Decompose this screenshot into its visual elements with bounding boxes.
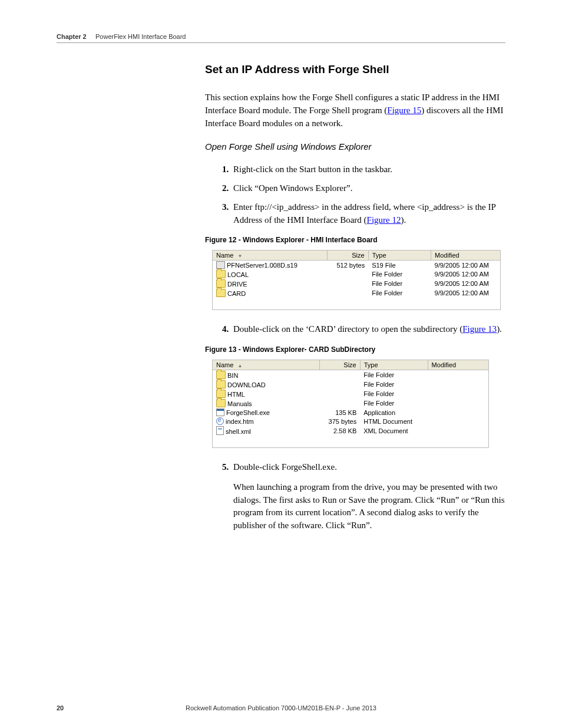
col-header-size[interactable]: Size: [319, 360, 360, 370]
table-row[interactable]: PFNetServer1.008D.s19 512 bytes S19 File…: [213, 261, 501, 270]
chapter-number: Chapter 2: [57, 33, 87, 40]
subheading: Open Forge Shell using Windows Explorer: [205, 141, 505, 151]
file-modified: [428, 417, 488, 426]
file-size: 135 KB: [319, 408, 360, 417]
col-header-type[interactable]: Type: [368, 251, 431, 261]
file-size: [319, 380, 360, 389]
s19-file-icon: [216, 261, 225, 269]
file-size: [328, 279, 368, 288]
figure-13-caption: Figure 13 - Windows Explorer- CARD SubDi…: [205, 345, 505, 354]
table-header-row: Name ▼ Size Type Modified: [213, 251, 501, 261]
application-icon: [216, 409, 224, 416]
figure-13-link[interactable]: Figure 13: [462, 324, 497, 334]
file-type: File Folder: [360, 370, 428, 380]
step-3: Enter ftp://<ip_address> in the address …: [231, 201, 505, 227]
col-header-type[interactable]: Type: [360, 360, 428, 370]
file-name: DRIVE: [227, 281, 247, 288]
folder-icon: [216, 279, 226, 288]
figure-12-table: Name ▼ Size Type Modified PFNetServer1.0…: [212, 250, 501, 310]
step-5: Double-click ForgeShell.exe. When launch…: [231, 461, 505, 532]
file-name: index.htm: [226, 418, 254, 425]
table-header-row: Name ▲ Size Type Modified: [213, 360, 489, 370]
col-header-name[interactable]: Name ▲: [213, 360, 320, 370]
file-name: HTML: [227, 391, 245, 398]
table-row[interactable]: DOWNLOAD File Folder: [213, 380, 489, 389]
col-header-name-text: Name: [216, 361, 233, 368]
file-size: [319, 389, 360, 398]
file-name: BIN: [227, 372, 238, 379]
folder-icon: [216, 380, 226, 388]
folder-icon: [216, 390, 226, 398]
table-row[interactable]: Manuals File Folder: [213, 398, 489, 408]
file-modified: [428, 408, 488, 417]
file-name: shell.xml: [226, 428, 251, 435]
table-row[interactable]: DRIVE File Folder 9/9/2005 12:00 AM: [213, 279, 501, 288]
page-number: 20: [57, 704, 64, 711]
step-5-paragraph: When launching a program from the drive,…: [233, 481, 505, 532]
file-type: Application: [360, 408, 428, 417]
file-modified: [428, 426, 488, 436]
file-name: DOWNLOAD: [227, 381, 266, 388]
publication-info: Rockwell Automation Publication 7000-UM2…: [57, 704, 505, 711]
content-column: Set an IP Address with Forge Shell This …: [205, 63, 505, 532]
table-row[interactable]: CARD File Folder 9/9/2005 12:00 AM: [213, 288, 501, 298]
file-size: [319, 370, 360, 380]
html-document-icon: [216, 417, 224, 425]
file-name: CARD: [227, 290, 246, 297]
file-modified: [428, 380, 488, 389]
col-header-size[interactable]: Size: [328, 251, 368, 261]
sort-indicator-desc-icon: ▼: [237, 253, 242, 259]
table-row[interactable]: LOCAL File Folder 9/9/2005 12:00 AM: [213, 269, 501, 279]
figure-15-link[interactable]: Figure 15: [387, 106, 421, 115]
file-name: PFNetServer1.008D.s19: [227, 262, 297, 269]
file-modified: 9/9/2005 12:00 AM: [431, 269, 501, 279]
file-size: 2.58 KB: [319, 426, 360, 436]
figure-12-link[interactable]: Figure 12: [367, 215, 401, 225]
col-header-modified[interactable]: Modified: [431, 251, 501, 261]
step-4-end: ).: [497, 324, 502, 334]
spacer-row: [213, 298, 501, 310]
file-size: [328, 288, 368, 298]
step-5-text: Double-click ForgeShell.exe.: [233, 462, 337, 472]
col-header-modified[interactable]: Modified: [428, 360, 488, 370]
file-modified: [428, 370, 488, 380]
steps-list-2: Double-click on the ‘CARD’ directory to …: [205, 323, 505, 336]
document-page: Chapter 2 PowerFlex HMI Interface Board …: [0, 0, 562, 728]
step-3-text: Enter ftp://<ip_address> in the address …: [233, 202, 495, 225]
running-header: Chapter 2 PowerFlex HMI Interface Board: [57, 33, 505, 40]
table-row[interactable]: BIN File Folder: [213, 370, 489, 380]
file-type: HTML Document: [360, 417, 428, 426]
figure-13-table: Name ▲ Size Type Modified BIN File Folde…: [212, 360, 489, 448]
xml-document-icon: [216, 426, 224, 435]
file-size: [328, 269, 368, 279]
file-type: S19 File: [368, 261, 431, 270]
file-type: XML Document: [360, 426, 428, 436]
chapter-title: PowerFlex HMI Interface Board: [95, 33, 186, 40]
steps-list-1: Right-click on the Start button in the t…: [205, 163, 505, 226]
file-name: Manuals: [227, 400, 252, 407]
file-modified: [428, 389, 488, 398]
folder-icon: [216, 270, 226, 278]
file-name: ForgeShell.exe: [226, 409, 270, 416]
table-row[interactable]: HTML File Folder: [213, 389, 489, 398]
step-4: Double-click on the ‘CARD’ directory to …: [231, 323, 505, 336]
file-type: File Folder: [368, 269, 431, 279]
sort-indicator-asc-icon: ▲: [237, 363, 242, 368]
table-row[interactable]: index.htm 375 bytes HTML Document: [213, 417, 489, 426]
step-1: Right-click on the Start button in the t…: [231, 163, 505, 176]
file-type: File Folder: [360, 398, 428, 408]
file-modified: [428, 398, 488, 408]
folder-icon: [216, 399, 226, 407]
step-3-end: ).: [401, 215, 406, 225]
table-row[interactable]: shell.xml 2.58 KB XML Document: [213, 426, 489, 436]
col-header-name-text: Name: [216, 252, 233, 259]
file-type: File Folder: [360, 380, 428, 389]
step-2: Click “Open Windows Explorer”.: [231, 182, 505, 195]
file-name: LOCAL: [227, 271, 249, 278]
header-rule: [57, 42, 505, 43]
table-row[interactable]: ForgeShell.exe 135 KB Application: [213, 408, 489, 417]
intro-paragraph: This section explains how the Forge Shel…: [205, 91, 505, 130]
col-header-name[interactable]: Name ▼: [213, 251, 328, 261]
file-type: File Folder: [368, 279, 431, 288]
step-4-text: Double-click on the ‘CARD’ directory to …: [233, 324, 462, 334]
